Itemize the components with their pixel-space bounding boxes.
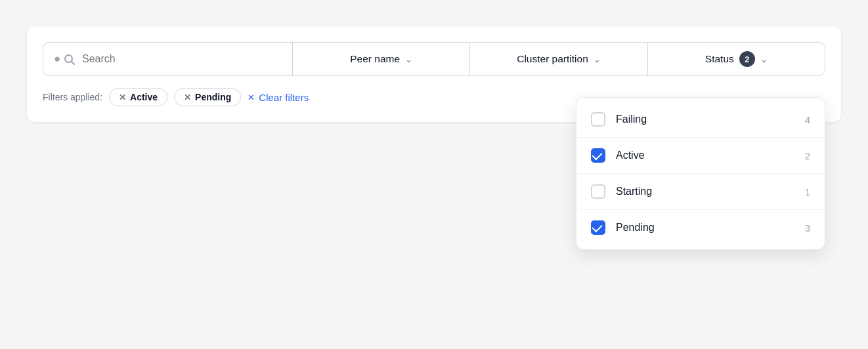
- dropdown-item-starting[interactable]: Starting1: [576, 175, 825, 208]
- search-input[interactable]: [82, 53, 282, 65]
- item-label-starting: Starting: [616, 186, 794, 197]
- filters-applied-label: Filters applied:: [43, 92, 102, 102]
- svg-line-1: [72, 61, 74, 64]
- cluster-partition-label: Cluster partition: [517, 53, 588, 65]
- filter-tag-active[interactable]: ✕ Active: [109, 88, 167, 106]
- status-dropdown[interactable]: Status 2 ⌄: [648, 43, 825, 75]
- remove-active-icon: ✕: [119, 92, 126, 102]
- dropdown-item-failing[interactable]: Failing4: [576, 103, 825, 136]
- dropdown-item-active[interactable]: Active2: [576, 139, 825, 172]
- cluster-partition-dropdown[interactable]: Cluster partition ⌄: [470, 43, 647, 75]
- item-count-pending: 3: [805, 222, 810, 234]
- filter-tag-active-label: Active: [130, 92, 158, 102]
- divider: [576, 209, 825, 210]
- item-count-failing: 4: [805, 114, 810, 125]
- peer-name-label: Peer name: [350, 53, 400, 65]
- status-badge: 2: [739, 51, 755, 67]
- search-section: ●: [43, 43, 293, 75]
- status-chevron-icon: ⌄: [760, 54, 768, 64]
- checkbox-starting[interactable]: [591, 184, 605, 199]
- dropdown-item-pending[interactable]: Pending3: [576, 211, 825, 244]
- clear-filters-button[interactable]: ✕ Clear filters: [248, 92, 309, 103]
- peer-name-chevron-icon: ⌄: [405, 54, 412, 64]
- filter-tag-pending[interactable]: ✕ Pending: [174, 88, 241, 106]
- checkbox-pending[interactable]: [591, 220, 605, 235]
- item-label-pending: Pending: [616, 222, 794, 234]
- peer-name-dropdown[interactable]: Peer name ⌄: [293, 43, 470, 75]
- item-count-starting: 1: [805, 186, 810, 197]
- item-label-active: Active: [616, 150, 794, 161]
- checkbox-active[interactable]: [591, 148, 605, 163]
- item-label-failing: Failing: [616, 113, 794, 125]
- cluster-partition-chevron-icon: ⌄: [594, 54, 601, 64]
- filter-tag-pending-label: Pending: [195, 92, 231, 102]
- clear-filters-icon: ✕: [248, 92, 255, 102]
- filter-bar: ● Peer name ⌄ Cluster partition ⌄ Status…: [43, 42, 825, 76]
- status-label: Status: [705, 53, 734, 65]
- search-icon: ●: [54, 52, 76, 66]
- divider: [576, 173, 825, 174]
- divider: [576, 137, 825, 138]
- item-count-active: 2: [805, 150, 810, 161]
- main-container: ● Peer name ⌄ Cluster partition ⌄ Status…: [27, 26, 841, 122]
- checkbox-failing[interactable]: [591, 112, 605, 127]
- status-dropdown-panel: Failing4Active2Starting1Pending3: [576, 97, 825, 250]
- remove-pending-icon: ✕: [184, 92, 191, 102]
- clear-filters-label: Clear filters: [259, 92, 309, 103]
